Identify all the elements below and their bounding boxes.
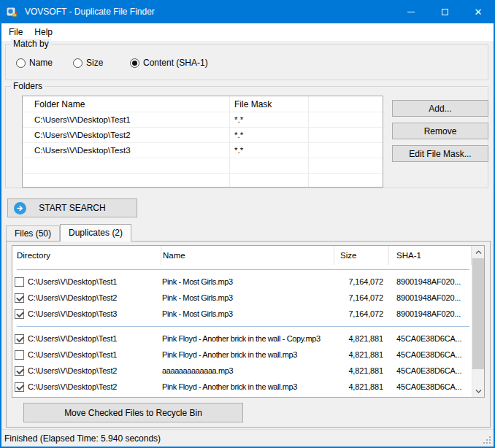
row-checkbox[interactable] [15, 382, 24, 392]
radio-option-label: Content (SHA-1) [143, 58, 208, 68]
checkbox-cell [12, 306, 28, 322]
folder-name-header: Folder Name [23, 96, 230, 112]
name-header[interactable]: Name [161, 246, 334, 265]
folders-label: Folders [11, 81, 45, 91]
scrollbar-thumb[interactable] [472, 258, 484, 369]
sha1-header[interactable]: SHA-1 [389, 246, 472, 265]
duplicates-tab-page: Directory Name Size SHA-1 C:\Users\V\Des… [6, 241, 491, 428]
window-controls: ✕ [394, 0, 495, 23]
minimize-button[interactable] [394, 0, 428, 23]
duplicate-row[interactable]: C:\Users\V\Desktop\Test2Pink - Most Girl… [12, 290, 472, 306]
window-title: VOVSOFT - Duplicate File Finder [25, 7, 155, 17]
radio-icon [130, 58, 139, 68]
duplicate-row[interactable]: C:\Users\V\Desktop\Test2Pink Floyd - Ano… [12, 379, 472, 395]
radio-option-label: Name [29, 58, 53, 68]
row-checkbox[interactable] [15, 293, 24, 303]
radio-option-label: Size [86, 58, 103, 68]
vertical-scrollbar[interactable] [472, 246, 484, 397]
radio-icon [16, 58, 26, 68]
empty-cell [309, 158, 383, 174]
close-icon: ✕ [475, 7, 483, 17]
checkbox-cell [12, 290, 28, 306]
sha1-cell: 45CA0E38D6CA... [389, 382, 472, 391]
empty-cell [309, 128, 383, 143]
row-checkbox[interactable] [15, 277, 24, 287]
app-window: VOVSOFT - Duplicate File Finder ✕ FileHe… [0, 0, 495, 448]
menu-bar: FileHelp [1, 23, 494, 41]
minimize-icon [407, 12, 415, 12]
folders-table-header: Folder Name File Mask [23, 96, 383, 112]
size-header[interactable]: Size [334, 246, 389, 265]
status-text: Finished (Elapsed Time: 5.940 seconds) [4, 433, 161, 444]
duplicate-row[interactable]: C:\Users\V\Desktop\Test1Pink - Most Girl… [12, 274, 472, 290]
folders-table[interactable]: Folder Name File Mask C:\Users\V\Desktop… [22, 96, 383, 188]
match-by-group: Match by NameSizeContent (SHA-1) [5, 44, 488, 80]
name-cell: Pink Floyd - Another brick in the wall.m… [161, 350, 334, 359]
directory-cell: C:\Users\V\Desktop\Test2 [28, 366, 161, 375]
empty-cell [309, 112, 383, 128]
duplicates-table[interactable]: Directory Name Size SHA-1 C:\Users\V\Des… [12, 245, 485, 398]
group-separator [17, 326, 469, 327]
name-cell: Pink Floyd - Another brick in the wall -… [161, 334, 334, 343]
tab-duplicates-2[interactable]: Duplicates (2) [60, 224, 131, 242]
title-bar[interactable]: VOVSOFT - Duplicate File Finder ✕ [0, 0, 495, 23]
resize-grip-icon[interactable] [483, 436, 492, 445]
edit-file-mask-button[interactable]: Edit File Mask... [392, 145, 488, 162]
size-cell: 7,164,072 [334, 277, 389, 286]
folder-table-row[interactable]: C:\Users\V\Desktop\Test3*.* [23, 143, 383, 158]
size-cell: 4,821,881 [334, 334, 389, 343]
sha1-cell: 45CA0E38D6CA... [389, 334, 472, 343]
row-checkbox[interactable] [15, 350, 24, 360]
duplicate-row[interactable]: C:\Users\V\Desktop\Test3Pink - Most Girl… [12, 306, 472, 322]
radio-option[interactable]: Name [16, 58, 73, 68]
start-search-label: START SEARCH [39, 203, 105, 213]
maximize-icon [442, 9, 448, 15]
folders-table-body: C:\Users\V\Desktop\Test1*.*C:\Users\V\De… [23, 112, 383, 188]
close-button[interactable]: ✕ [461, 0, 495, 23]
radio-option[interactable]: Content (SHA-1) [130, 58, 208, 68]
checkbox-cell [12, 274, 28, 290]
folder-name-cell [23, 174, 230, 188]
folder-table-row [23, 174, 383, 188]
file-mask-cell [230, 174, 309, 188]
scroll-up-icon[interactable] [472, 246, 484, 258]
empty-cell [309, 174, 383, 188]
status-bar: Finished (Elapsed Time: 5.940 seconds) [1, 429, 494, 447]
checkbox-cell [12, 347, 28, 363]
app-icon[interactable] [6, 6, 18, 18]
folder-table-row[interactable]: C:\Users\V\Desktop\Test2*.* [23, 128, 383, 143]
directory-cell: C:\Users\V\Desktop\Test2 [28, 293, 161, 302]
radio-option[interactable]: Size [73, 58, 130, 68]
folders-group: Folders Folder Name File Mask C:\Users\V… [5, 86, 488, 188]
remove-button[interactable]: Remove [392, 123, 488, 139]
checkbox-cell [12, 379, 28, 395]
row-checkbox[interactable] [15, 366, 24, 376]
sha1-cell: 45CA0E38D6CA... [389, 366, 472, 375]
checkbox-cell [12, 363, 28, 379]
file-mask-cell: *.* [230, 128, 309, 143]
match-by-options: NameSizeContent (SHA-1) [16, 58, 208, 68]
file-mask-cell: *.* [230, 143, 309, 158]
file-mask-cell: *.* [230, 112, 309, 128]
row-checkbox[interactable] [15, 309, 24, 319]
row-checkbox[interactable] [15, 334, 24, 344]
scroll-down-icon[interactable] [472, 385, 484, 397]
directory-header[interactable]: Directory [12, 246, 161, 265]
name-cell: Pink - Most Girls.mp3 [161, 309, 334, 318]
maximize-button[interactable] [428, 0, 461, 23]
duplicate-row[interactable]: C:\Users\V\Desktop\Test1Pink Floyd - Ano… [12, 331, 472, 347]
size-cell: 4,821,881 [334, 350, 389, 359]
empty-header [309, 96, 383, 112]
folder-table-row[interactable]: C:\Users\V\Desktop\Test1*.* [23, 112, 383, 128]
start-search-button[interactable]: START SEARCH [7, 198, 137, 217]
add-button[interactable]: Add... [392, 100, 488, 117]
move-checked-files-button[interactable]: Move Checked Files to Recycle Bin [23, 403, 243, 422]
start-search-icon [14, 202, 26, 215]
group-separator [17, 269, 469, 270]
duplicate-row[interactable]: C:\Users\V\Desktop\Test1Pink Floyd - Ano… [12, 347, 472, 363]
folder-name-cell: C:\Users\V\Desktop\Test1 [23, 112, 230, 128]
duplicate-row[interactable]: C:\Users\V\Desktop\Test2aaaaaaaaaaaaa.mp… [12, 363, 472, 379]
tab-files-50[interactable]: Files (50) [6, 225, 60, 241]
file-mask-header: File Mask [230, 96, 309, 112]
sha1-cell: 45CA0E38D6CA... [389, 350, 472, 359]
